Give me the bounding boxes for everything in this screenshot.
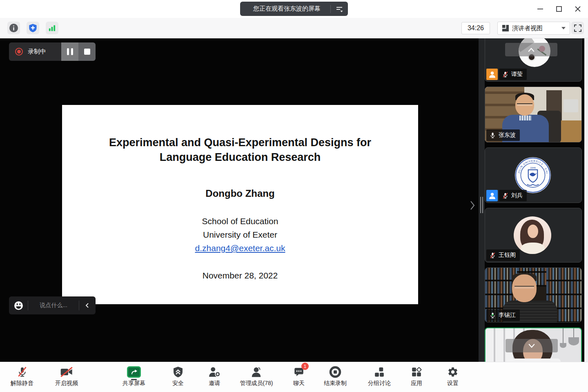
sidebar-scrollbar[interactable]	[584, 38, 588, 362]
invite-button[interactable]: 邀请	[208, 365, 220, 387]
smiley-icon	[14, 301, 23, 310]
minimize-button[interactable]	[533, 3, 547, 15]
slide-affiliation-2: University of Exeter	[62, 230, 418, 240]
invite-person-plus-icon	[208, 366, 220, 378]
presentation-slide: Experimental and Quasi-Experimental Desi…	[62, 105, 418, 304]
watching-banner-text: 您正在观看张东波的屏幕	[240, 5, 330, 13]
fullscreen-button[interactable]	[571, 22, 584, 34]
slide-email-link[interactable]: d.zhang4@exeter.ac.uk	[195, 243, 285, 253]
participant-name-pill: 王钰阁	[486, 249, 520, 261]
participant-name: 李锡江	[499, 312, 516, 319]
mic-muted-icon	[17, 366, 28, 378]
participant-tile: 张东波	[485, 87, 582, 143]
unmute-button[interactable]: 解除静音	[11, 365, 33, 387]
emoji-button[interactable]	[9, 301, 28, 310]
university-logo-icon: JILIN UNIVERSITY · CHINA 1946	[514, 157, 551, 194]
share-screen-icon	[127, 366, 141, 378]
mic-speaking-icon	[489, 312, 496, 319]
mic-muted-icon	[502, 71, 509, 78]
meeting-window: 您正在观看张东波的屏幕	[0, 0, 588, 392]
participant-tile-active-speaker	[485, 327, 582, 362]
participant-name-pill: 李锡江	[486, 310, 520, 321]
person-icon	[488, 192, 496, 200]
participants-icon	[250, 366, 263, 378]
security-status-button[interactable]	[27, 22, 39, 34]
participant-name: 刘兵	[511, 192, 523, 199]
participant-role-badge	[486, 190, 498, 201]
pause-recording-button[interactable]	[61, 42, 78, 61]
chevron-left-icon	[85, 303, 90, 308]
shield-plus-icon	[28, 23, 38, 33]
maximize-icon	[555, 5, 563, 13]
info-icon	[9, 23, 18, 33]
speaker-view-icon	[502, 24, 509, 32]
close-button[interactable]	[571, 3, 585, 15]
participant-tile: 谭莹	[485, 38, 582, 82]
chat-button[interactable]: 1 聊天	[293, 365, 305, 387]
start-video-button[interactable]: 开启视频	[55, 365, 78, 387]
apps-icon	[411, 367, 422, 377]
drag-grip-icon	[482, 197, 483, 213]
chat-input-placeholder[interactable]: 说点什么...	[28, 302, 79, 309]
scroll-participants-down-button[interactable]	[506, 339, 558, 352]
maximize-button[interactable]	[552, 3, 566, 15]
avatar	[514, 216, 551, 254]
list-options-icon	[335, 5, 343, 13]
apps-button[interactable]: 应用	[411, 365, 422, 387]
participant-tile: JILIN UNIVERSITY · CHINA 1946	[485, 147, 582, 203]
watching-banner: 您正在观看张东波的屏幕	[240, 2, 348, 16]
chat-unread-badge: 1	[301, 363, 309, 370]
collapse-sidebar-button[interactable]	[469, 198, 478, 212]
participant-tile: 王钰阁	[485, 208, 582, 263]
participant-name: 王钰阁	[499, 252, 516, 259]
view-mode-label: 演讲者视图	[512, 24, 559, 32]
manage-participants-button[interactable]: 管理成员(78)	[240, 365, 273, 387]
chevron-right-icon	[469, 199, 476, 212]
mic-muted-icon	[489, 252, 496, 259]
security-button[interactable]: 安全	[172, 365, 184, 387]
monitor-stand-icon	[131, 379, 137, 380]
network-quality-button[interactable]	[46, 22, 58, 34]
sidebar-resize-handle[interactable]	[479, 38, 485, 362]
participants-sidebar: 谭莹 张东波	[485, 38, 588, 362]
chevron-down-icon	[526, 341, 538, 350]
slide-author: Dongbo Zhang	[62, 188, 418, 199]
chevron-down-icon	[561, 27, 566, 29]
banner-options-button[interactable]	[331, 5, 348, 13]
view-mode-selector[interactable]: 演讲者视图	[497, 22, 570, 35]
record-icon	[15, 48, 23, 56]
slide-date: November 28, 2022	[62, 271, 418, 281]
scroll-participants-up-button[interactable]	[505, 43, 557, 56]
shared-screen-area: 录制中 Experimental and Quasi-Experimental …	[0, 38, 479, 362]
share-screen-button[interactable]: 共享屏幕	[122, 365, 145, 387]
minimize-icon	[537, 5, 544, 13]
statusbar: 34:26 演讲者视图	[0, 18, 588, 38]
recording-indicator: 录制中	[9, 42, 96, 61]
close-icon	[574, 5, 581, 13]
participant-name-pill: 谭莹	[499, 69, 527, 80]
signal-bars-icon	[47, 23, 57, 33]
mic-on-icon	[489, 132, 496, 139]
collapse-chatbar-button[interactable]	[79, 303, 96, 308]
pause-icon	[67, 48, 73, 55]
participant-role-badge	[486, 69, 498, 80]
participant-name: 谭莹	[511, 71, 523, 78]
breakout-rooms-button[interactable]: 分组讨论	[368, 365, 391, 387]
participant-name: 张东波	[499, 131, 516, 139]
stop-recording-button[interactable]: 结束录制	[324, 365, 347, 387]
participant-name-pill: 张东波	[486, 129, 520, 141]
slide-affiliation-1: School of Education	[62, 216, 418, 226]
quick-chat-bar: 说点什么...	[9, 296, 96, 314]
stop-recording-button-overlay[interactable]	[78, 42, 96, 61]
meeting-info-button[interactable]	[7, 22, 20, 34]
svg-text:1946: 1946	[530, 166, 536, 169]
security-shield-icon	[173, 366, 183, 378]
camera-off-icon	[60, 366, 73, 378]
settings-button[interactable]: 设置	[447, 365, 459, 387]
participant-tile: 李锡江	[485, 267, 582, 323]
meeting-timer: 34:26	[461, 22, 490, 34]
stop-icon	[84, 49, 90, 55]
titlebar: 您正在观看张东波的屏幕	[0, 0, 588, 18]
mic-muted-icon	[502, 192, 509, 199]
avatar: JILIN UNIVERSITY · CHINA 1946	[514, 157, 551, 194]
